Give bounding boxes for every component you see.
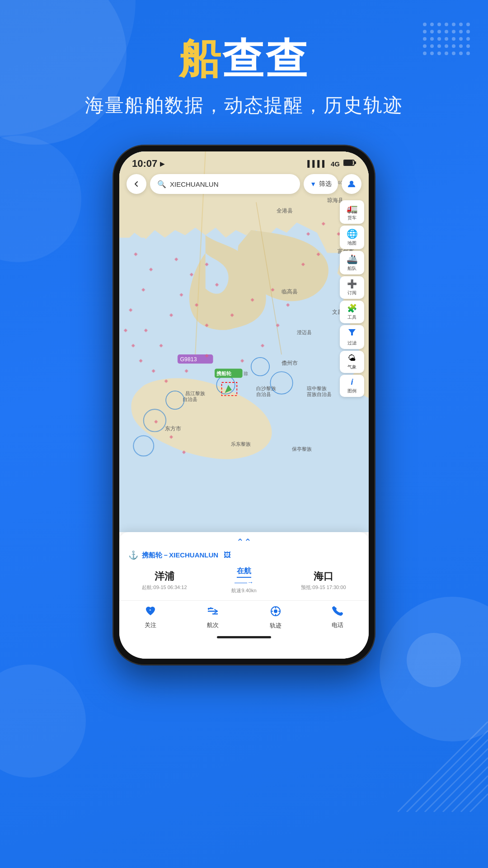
departure-name: 洋浦 xyxy=(128,570,201,583)
plus-icon: ➕ xyxy=(347,279,357,289)
svg-point-12 xyxy=(350,181,353,184)
tools-icon: 🧩 xyxy=(347,303,357,313)
arrival-time: 预抵:09-15 17:30:00 xyxy=(287,584,360,591)
tool-subscribe[interactable]: ➕ 订阅 xyxy=(340,276,364,299)
svg-text:昌江黎族: 昌江黎族 xyxy=(185,391,205,396)
tool-tools-label: 工具 xyxy=(347,314,357,321)
app-title: 船查查 xyxy=(0,36,488,82)
filter-icon: ▼ xyxy=(310,180,316,188)
phone-inner: 10:07 ▶ ▌▌▌▌ 4G xyxy=(119,151,369,659)
status-icons: ▌▌▌▌ 4G xyxy=(307,159,356,169)
tool-legend[interactable]: i 图例 xyxy=(340,375,364,397)
truck-icon: 🚛 xyxy=(347,203,358,214)
route-speed: 航速9.40kn xyxy=(231,587,256,594)
diagonal-decoration xyxy=(398,722,488,814)
search-bar: 🔍 XIECHUANLUN ▼ 筛选 xyxy=(119,174,369,194)
nav-track-label: 轨迹 xyxy=(270,622,282,630)
header-section: 船查查 海量船舶数据，动态提醒，历史轨迹 xyxy=(0,0,488,118)
svg-text:乐东黎族: 乐东黎族 xyxy=(231,441,251,447)
tool-map[interactable]: 🌐 地图 xyxy=(340,226,364,249)
globe-icon: 🌐 xyxy=(347,228,358,239)
svg-line-8 xyxy=(470,794,488,812)
home-indicator xyxy=(119,633,369,642)
svg-point-88 xyxy=(274,609,277,613)
filter-funnel-icon xyxy=(347,328,357,339)
arrival-port: 海口 预抵:09-15 17:30:00 xyxy=(287,570,360,591)
svg-text:临高县: 临高县 xyxy=(282,289,298,295)
svg-text:全港县: 全港县 xyxy=(277,208,293,214)
right-sidebar: 🚛 货车 🌐 地图 🚢 船队 ➕ 订阅 xyxy=(340,200,364,397)
status-bar: 10:07 ▶ ▌▌▌▌ 4G xyxy=(119,151,369,172)
title-rest: 查查 xyxy=(222,36,309,82)
route-middle: 在航 ——→ 航速9.40kn xyxy=(201,566,287,594)
tool-truck[interactable]: 🚛 货车 xyxy=(340,200,364,224)
track-icon xyxy=(270,605,282,620)
tool-tools[interactable]: 🧩 工具 xyxy=(340,301,364,323)
nav-follow-label: 关注 xyxy=(145,621,156,629)
svg-text:琼: 琼 xyxy=(244,371,248,376)
svg-text:+: + xyxy=(149,608,151,612)
phone-wrapper: 10:07 ▶ ▌▌▌▌ 4G xyxy=(0,145,488,665)
route-status: 在航 xyxy=(237,566,251,578)
filter-button[interactable]: ▼ 筛选 xyxy=(304,174,338,194)
ship-info-row: ⚓ 携船轮－XIECHUANLUN 🖼 xyxy=(119,547,369,563)
departure-time: 起航:09-15 06:34:12 xyxy=(128,584,201,591)
search-icon: 🔍 xyxy=(157,180,166,189)
svg-rect-10 xyxy=(344,160,353,165)
network-label: 4G xyxy=(331,160,340,168)
svg-rect-11 xyxy=(355,161,356,164)
svg-text:澄迈县: 澄迈县 xyxy=(297,330,312,335)
svg-text:自治县: 自治县 xyxy=(256,392,271,397)
home-bar xyxy=(217,636,271,638)
chevron-up-icon: ⌃⌃ xyxy=(236,537,252,547)
svg-line-2 xyxy=(416,740,488,812)
svg-text:儋州市: 儋州市 xyxy=(282,360,298,366)
image-icon: 🖼 xyxy=(224,551,231,559)
signal-bars: ▌▌▌▌ xyxy=(307,160,327,167)
tool-weather-label: 气象 xyxy=(347,364,357,370)
panel-handle[interactable]: ⌃⌃ xyxy=(119,532,369,547)
departure-port: 洋浦 起航:09-15 06:34:12 xyxy=(128,570,201,591)
tool-map-label: 地图 xyxy=(347,240,357,246)
status-time: 10:07 ▶ xyxy=(132,158,164,170)
search-input-box[interactable]: 🔍 XIECHUANLUN xyxy=(150,174,300,194)
nav-voyage-label: 航次 xyxy=(207,621,219,629)
svg-text:苗族自治县: 苗族自治县 xyxy=(307,392,332,397)
tool-weather[interactable]: 🌤 气象 xyxy=(340,351,364,373)
tool-legend-label: 图例 xyxy=(347,388,357,394)
map-area[interactable]: G9813 全港县 琼海县 富州市 文昌 澄迈县 儋州市 白沙黎族 自治县 琼中… xyxy=(119,151,369,532)
svg-marker-85 xyxy=(348,329,356,335)
ship-name: 携船轮－XIECHUANLUN xyxy=(142,551,218,560)
location-icon: ▶ xyxy=(160,160,164,167)
nav-follow[interactable]: + 关注 xyxy=(145,606,156,629)
svg-line-5 xyxy=(443,767,488,812)
app-subtitle: 海量船舶数据，动态提醒，历史轨迹 xyxy=(0,93,488,118)
tool-fleet[interactable]: 🚢 船队 xyxy=(340,251,364,274)
tool-subscribe-label: 订阅 xyxy=(347,290,357,296)
battery-icon xyxy=(343,159,356,169)
svg-text:自治县: 自治县 xyxy=(183,397,197,402)
tool-truck-label: 货车 xyxy=(347,215,357,221)
title-highlight: 船 xyxy=(179,36,222,82)
info-icon: i xyxy=(351,377,353,387)
svg-line-1 xyxy=(407,731,488,812)
phone-outer: 10:07 ▶ ▌▌▌▌ 4G xyxy=(113,145,375,665)
nav-voyage[interactable]: 航次 xyxy=(206,606,219,629)
phone-icon xyxy=(332,606,343,619)
weather-icon: 🌤 xyxy=(348,354,356,363)
nav-phone[interactable]: 电话 xyxy=(332,606,343,629)
user-button[interactable] xyxy=(342,174,361,194)
back-button[interactable] xyxy=(127,174,146,194)
tool-fleet-label: 船队 xyxy=(347,265,357,272)
heart-icon: + xyxy=(145,606,156,619)
svg-text:东方市: 东方市 xyxy=(165,426,181,432)
search-value: XIECHUANLUN xyxy=(170,180,219,188)
bottom-panel: ⌃⌃ ⚓ 携船轮－XIECHUANLUN 🖼 洋浦 起航:09-15 06:34… xyxy=(119,532,369,659)
svg-text:保亭黎族: 保亭黎族 xyxy=(292,447,312,452)
nav-track[interactable]: 轨迹 xyxy=(270,605,282,630)
svg-text:G9813: G9813 xyxy=(180,356,197,363)
tool-filter-label: 过滤 xyxy=(347,340,357,346)
svg-text:琼中黎族: 琼中黎族 xyxy=(307,386,327,391)
tool-filter[interactable]: 过滤 xyxy=(340,325,364,349)
bg-circle-bl xyxy=(0,665,86,778)
